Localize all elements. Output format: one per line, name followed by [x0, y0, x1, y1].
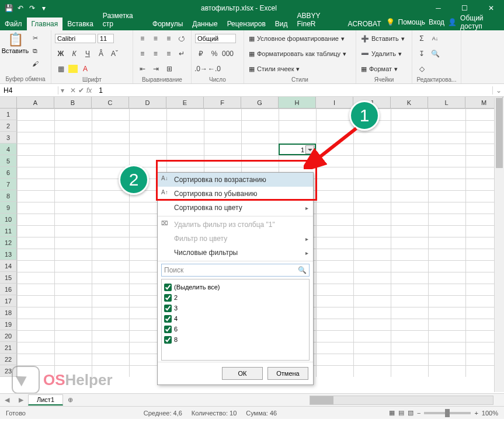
- sort-filter-icon[interactable]: A↓: [429, 33, 441, 44]
- row-header-2[interactable]: 2: [0, 120, 17, 132]
- view-normal-icon[interactable]: ▦: [389, 409, 395, 417]
- row-header-14[interactable]: 14: [0, 260, 17, 272]
- formula-input[interactable]: 1: [95, 86, 492, 95]
- tab-acrobat[interactable]: ACROBAT: [343, 18, 385, 30]
- tab-review[interactable]: Рецензиров: [223, 18, 270, 30]
- tab-data[interactable]: Данные: [187, 18, 222, 30]
- bold-button[interactable]: Ж: [55, 48, 67, 60]
- number-format-select[interactable]: Общий: [195, 34, 236, 43]
- cell-styles-button[interactable]: ▦Стили ячеек▾: [248, 62, 352, 75]
- font-size-select[interactable]: 11: [98, 34, 114, 43]
- format-painter-icon[interactable]: 🖌: [29, 58, 41, 69]
- paste-button[interactable]: 📋 Вставить: [4, 32, 27, 75]
- inc-decimal-icon[interactable]: .0→: [195, 63, 207, 75]
- signin-label[interactable]: Вход: [429, 18, 444, 26]
- dec-decimal-icon[interactable]: ←.0: [208, 63, 220, 75]
- autosum-icon[interactable]: Σ: [416, 33, 427, 44]
- row-header-17[interactable]: 17: [0, 295, 17, 307]
- tab-home[interactable]: Главная: [27, 18, 63, 30]
- col-header-I[interactable]: I: [316, 97, 353, 108]
- row-header-11[interactable]: 11: [0, 225, 17, 237]
- row-header-4[interactable]: 4: [0, 144, 17, 155]
- row-header-15[interactable]: 15: [0, 272, 17, 284]
- font-name-select[interactable]: Calibri: [55, 34, 96, 43]
- expand-formula-bar-icon[interactable]: ⌄: [492, 86, 504, 95]
- number-filters-item[interactable]: Числовые фильтры▸: [158, 246, 313, 260]
- row-header-22[interactable]: 22: [0, 354, 17, 365]
- tell-me-icon[interactable]: 💡: [386, 18, 395, 26]
- filter-value-checkbox[interactable]: 3: [164, 303, 307, 313]
- merge-icon[interactable]: ⊞: [164, 63, 175, 75]
- col-header-C[interactable]: C: [92, 97, 129, 108]
- row-header-5[interactable]: 5: [0, 155, 17, 167]
- row-header-21[interactable]: 21: [0, 342, 17, 354]
- name-box[interactable]: H4: [0, 86, 58, 95]
- align-middle-icon[interactable]: ≡: [150, 33, 162, 44]
- enter-formula-icon[interactable]: ✔: [78, 86, 84, 95]
- col-header-A[interactable]: A: [17, 97, 54, 108]
- find-icon[interactable]: 🔍: [429, 48, 441, 60]
- currency-icon[interactable]: ₽: [195, 48, 207, 60]
- cancel-formula-icon[interactable]: ✕: [70, 86, 76, 95]
- fx-icon[interactable]: fx: [86, 86, 92, 95]
- tab-view[interactable]: Вид: [270, 18, 293, 30]
- qat-more-icon[interactable]: ▾: [40, 4, 48, 12]
- select-all-corner[interactable]: [0, 97, 17, 108]
- align-left-icon[interactable]: ≡: [137, 48, 148, 60]
- row-header-9[interactable]: 9: [0, 202, 17, 214]
- filter-values-list[interactable]: (Выделить все) 23468: [161, 279, 310, 361]
- zoom-out-icon[interactable]: −: [417, 410, 420, 417]
- view-layout-icon[interactable]: ▤: [398, 409, 404, 417]
- col-header-E[interactable]: E: [166, 97, 204, 108]
- row-header-12[interactable]: 12: [0, 237, 17, 249]
- sort-desc-item[interactable]: A↑ Сортировка по убыванию: [158, 187, 313, 201]
- format-as-table-button[interactable]: ▦Форматировать как таблицу▾: [248, 47, 352, 60]
- cond-format-button[interactable]: ▦Условное форматирование▾: [248, 32, 352, 45]
- row-header-7[interactable]: 7: [0, 179, 17, 190]
- fill-icon[interactable]: ↧: [416, 48, 427, 60]
- sheet-nav-prev-icon[interactable]: ◀: [0, 396, 14, 404]
- sort-by-color-item[interactable]: Сортировка по цвету▸: [158, 201, 313, 215]
- filter-value-checkbox[interactable]: 2: [164, 292, 307, 303]
- col-header-K[interactable]: K: [391, 97, 428, 108]
- cut-icon[interactable]: ✂: [29, 32, 41, 44]
- sheet-tab[interactable]: Лист1: [28, 394, 63, 405]
- cancel-button[interactable]: Отмена: [267, 367, 308, 380]
- tab-formulas[interactable]: Формулы: [148, 18, 187, 30]
- row-header-20[interactable]: 20: [0, 330, 17, 342]
- filter-value-checkbox[interactable]: 6: [164, 324, 307, 334]
- italic-button[interactable]: К: [68, 48, 80, 60]
- insert-cells-button[interactable]: ➕Вставить▾: [360, 32, 408, 45]
- row-header-6[interactable]: 6: [0, 167, 17, 179]
- share-button[interactable]: Общий доступ: [460, 14, 500, 30]
- clear-icon[interactable]: ◇: [416, 63, 427, 75]
- zoom-slider[interactable]: [424, 412, 471, 414]
- fill-color-icon[interactable]: [68, 65, 78, 73]
- col-header-H[interactable]: H: [279, 97, 316, 108]
- sheet-nav-next-icon[interactable]: ▶: [14, 396, 28, 404]
- col-header-G[interactable]: G: [241, 97, 279, 108]
- align-bottom-icon[interactable]: ≡: [163, 33, 175, 44]
- sort-asc-item[interactable]: A↓ Сортировка по возрастанию: [158, 173, 313, 187]
- zoom-level[interactable]: 100%: [482, 410, 498, 417]
- grow-font-icon[interactable]: Â: [95, 48, 107, 60]
- row-header-18[interactable]: 18: [0, 307, 17, 319]
- select-all-checkbox[interactable]: (Выделить все): [164, 282, 307, 292]
- add-sheet-button[interactable]: ⊕: [63, 396, 78, 404]
- vertical-scrollbar[interactable]: [494, 98, 504, 392]
- col-header-F[interactable]: F: [204, 97, 241, 108]
- wrap-text-icon[interactable]: ↵: [176, 48, 188, 60]
- align-right-icon[interactable]: ≡: [163, 48, 175, 60]
- name-box-dropdown-icon[interactable]: ▾: [58, 86, 67, 95]
- tab-file[interactable]: Файл: [0, 18, 27, 30]
- delete-cells-button[interactable]: ➖Удалить▾: [360, 47, 408, 60]
- font-color-icon[interactable]: A: [79, 63, 91, 75]
- align-center-icon[interactable]: ≡: [150, 48, 162, 60]
- redo-icon[interactable]: ↷: [28, 4, 36, 12]
- shrink-font-icon[interactable]: Aˇ: [109, 48, 120, 60]
- row-header-1[interactable]: 1: [0, 109, 17, 120]
- undo-icon[interactable]: ↶: [16, 4, 25, 12]
- ok-button[interactable]: ОК: [222, 367, 263, 380]
- orientation-icon[interactable]: ⭯: [176, 33, 188, 44]
- save-icon[interactable]: 💾: [5, 4, 13, 12]
